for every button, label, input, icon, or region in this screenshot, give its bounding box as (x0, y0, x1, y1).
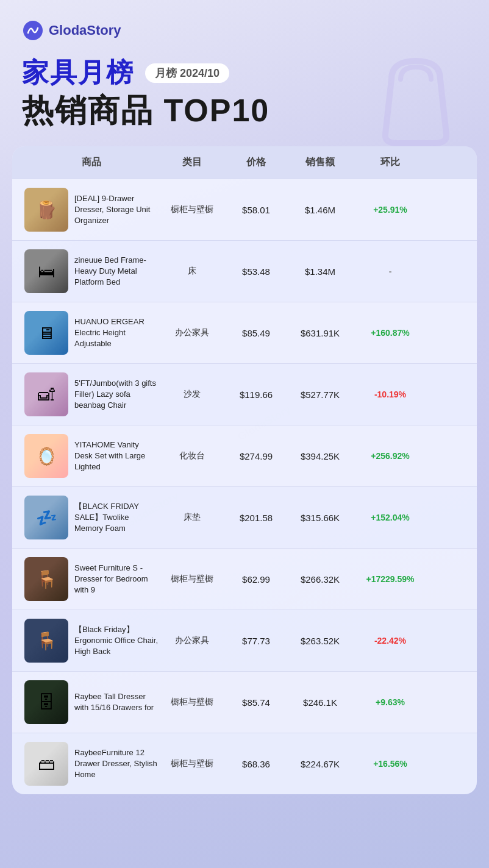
sales-cell: $266.32K (287, 574, 354, 585)
price-cell: $58.01 (226, 205, 287, 215)
product-image: 🛋 (24, 372, 68, 416)
sales-cell: $631.91K (287, 328, 354, 338)
table-body: 🪵 [DEAL] 9-Drawer Dresser, Storage Unit … (12, 179, 477, 794)
product-name: Sweet Furniture S - Dresser for Bedroom … (74, 563, 159, 596)
product-name: [DEAL] 9-Drawer Dresser, Storage Unit Or… (74, 193, 159, 227)
sales-cell: $1.34M (287, 266, 354, 277)
product-image: 🪑 (24, 557, 68, 601)
price-cell: $68.36 (226, 759, 287, 769)
table-header: 商品 类目 价格 销售额 环比 (12, 146, 477, 179)
product-name: 【BLACK FRIDAY SALE】Twolike Memory Foam (74, 501, 159, 535)
growth-cell: +160.87% (354, 328, 427, 338)
table-row: 🪵 [DEAL] 9-Drawer Dresser, Storage Unit … (12, 179, 477, 240)
header-growth: 环比 (354, 156, 427, 169)
category-cell: 橱柜与壁橱 (159, 697, 226, 708)
logo-text: GlodaStory (49, 23, 121, 38)
table-row: 🗄 Raybee Tall Dresser with 15/16 Drawers… (12, 671, 477, 733)
sales-cell: $1.46M (287, 205, 354, 215)
price-cell: $62.99 (226, 574, 287, 585)
product-cell: 🛏 zineuue Bed Frame- Heavy Duty Metal Pl… (24, 249, 159, 293)
product-cell: 🪑 【Black Friday】Ergonomic Office Chair, … (24, 619, 159, 663)
product-image: 🖥 (24, 311, 68, 355)
growth-cell: - (354, 266, 427, 276)
sales-cell: $224.67K (287, 759, 354, 769)
product-cell: 🗃 RaybeeFurniture 12 Drawer Dresser, Sty… (24, 742, 159, 786)
table-row: 💤 【BLACK FRIDAY SALE】Twolike Memory Foam… (12, 486, 477, 548)
growth-cell: +152.04% (354, 513, 427, 522)
category-cell: 化妆台 (159, 450, 226, 461)
product-cell: 🪵 [DEAL] 9-Drawer Dresser, Storage Unit … (24, 188, 159, 232)
category-cell: 沙发 (159, 389, 226, 400)
product-cell: 🪑 Sweet Furniture S - Dresser for Bedroo… (24, 557, 159, 601)
product-cell: 🗄 Raybee Tall Dresser with 15/16 Drawers… (24, 680, 159, 724)
price-cell: $77.73 (226, 636, 287, 646)
category-cell: 床 (159, 266, 226, 277)
product-image: 🛏 (24, 249, 68, 293)
product-name: YITAHOME Vanity Desk Set with Large Ligh… (74, 439, 159, 473)
sales-cell: $527.77K (287, 390, 354, 400)
product-image: 🪑 (24, 619, 68, 663)
header-product: 商品 (24, 156, 159, 169)
title-section: 家具月榜 月榜 2024/10 热销商品 TOP10 (0, 48, 489, 146)
growth-cell: +25.91% (354, 205, 427, 215)
product-image: 🪞 (24, 434, 68, 478)
growth-cell: -10.19% (354, 390, 427, 399)
table-row: 🛏 zineuue Bed Frame- Heavy Duty Metal Pl… (12, 240, 477, 302)
product-name: zineuue Bed Frame- Heavy Duty Metal Plat… (74, 255, 159, 288)
product-image: 💤 (24, 496, 68, 539)
price-cell: $85.49 (226, 328, 287, 338)
growth-cell: +16.56% (354, 759, 427, 769)
product-name: RaybeeFurniture 12 Drawer Dresser, Styli… (74, 747, 159, 781)
product-cell: 🛋 5'FT/Jumbo(with 3 gifts Filler) Lazy s… (24, 372, 159, 416)
price-cell: $119.66 (226, 390, 287, 400)
table-row: 🛋 5'FT/Jumbo(with 3 gifts Filler) Lazy s… (12, 363, 477, 425)
table-row: 🪑 【Black Friday】Ergonomic Office Chair, … (12, 610, 477, 671)
table-row: 🖥 HUANUO ERGEAR Electric Height Adjustab… (12, 302, 477, 363)
product-table: 商品 类目 价格 销售额 环比 🪵 [DEAL] 9-Drawer Dresse… (12, 146, 477, 794)
product-cell: 🪞 YITAHOME Vanity Desk Set with Large Li… (24, 434, 159, 478)
table-row: 🪞 YITAHOME Vanity Desk Set with Large Li… (12, 425, 477, 486)
header-price: 价格 (226, 156, 287, 169)
sales-cell: $246.1K (287, 697, 354, 708)
month-badge: 月榜 2024/10 (145, 63, 229, 83)
price-cell: $274.99 (226, 451, 287, 461)
product-image: 🗃 (24, 742, 68, 786)
product-cell: 🖥 HUANUO ERGEAR Electric Height Adjustab… (24, 311, 159, 355)
logo-area: GlodaStory (22, 20, 121, 41)
price-cell: $85.74 (226, 697, 287, 708)
product-name: 【Black Friday】Ergonomic Office Chair, Hi… (74, 624, 159, 658)
sales-cell: $394.25K (287, 451, 354, 461)
header-sales: 销售额 (287, 156, 354, 169)
product-name: 5'FT/Jumbo(with 3 gifts Filler) Lazy sof… (74, 378, 159, 411)
table-row: 🪑 Sweet Furniture S - Dresser for Bedroo… (12, 548, 477, 610)
category-cell: 橱柜与壁橱 (159, 574, 226, 585)
product-name: Raybee Tall Dresser with 15/16 Drawers f… (74, 691, 159, 713)
title-sub: 热销商品 TOP10 (22, 93, 467, 128)
title-row: 家具月榜 月榜 2024/10 (22, 55, 467, 91)
sales-cell: $263.52K (287, 636, 354, 646)
category-cell: 床垫 (159, 512, 226, 523)
growth-cell: +256.92% (354, 451, 427, 461)
price-cell: $53.48 (226, 266, 287, 277)
header-category: 类目 (159, 156, 226, 169)
category-cell: 办公家具 (159, 327, 226, 338)
growth-cell: +17229.59% (354, 574, 427, 584)
product-cell: 💤 【BLACK FRIDAY SALE】Twolike Memory Foam (24, 496, 159, 539)
sales-cell: $315.66K (287, 513, 354, 523)
title-main: 家具月榜 (22, 55, 134, 91)
product-name: HUANUO ERGEAR Electric Height Adjustable (74, 316, 159, 350)
product-image: 🗄 (24, 680, 68, 724)
table-row: 🗃 RaybeeFurniture 12 Drawer Dresser, Sty… (12, 733, 477, 794)
category-cell: 橱柜与壁橱 (159, 204, 226, 215)
growth-cell: +9.63% (354, 697, 427, 707)
product-image: 🪵 (24, 188, 68, 232)
category-cell: 橱柜与壁橱 (159, 758, 226, 769)
logo-icon (22, 20, 44, 41)
growth-cell: -22.42% (354, 636, 427, 646)
category-cell: 办公家具 (159, 635, 226, 646)
price-cell: $201.58 (226, 513, 287, 523)
